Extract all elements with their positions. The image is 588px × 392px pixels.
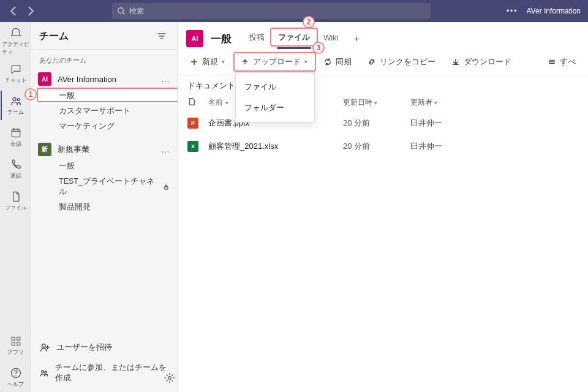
- sync-button[interactable]: 同期: [320, 54, 355, 70]
- upload-menu-folder[interactable]: フォルダー: [236, 97, 314, 118]
- svg-rect-9: [165, 186, 168, 189]
- channel-general-2[interactable]: 一般: [31, 159, 177, 174]
- col-modifiedby[interactable]: 更新者 ▾: [410, 97, 484, 108]
- svg-rect-6: [12, 342, 15, 345]
- sidebar-title: チーム: [39, 30, 69, 43]
- team-more-icon[interactable]: …: [161, 74, 170, 84]
- channel-support[interactable]: カスタマーサポート: [31, 104, 177, 119]
- search-input[interactable]: 検索: [112, 3, 431, 19]
- chevron-down-icon: ▾: [222, 59, 225, 65]
- channel-title: 一般: [211, 32, 232, 46]
- settings-gear-icon[interactable]: [164, 372, 175, 386]
- svg-point-13: [168, 377, 172, 380]
- all-documents-button[interactable]: すべ: [544, 54, 579, 70]
- annotation-marker-1: 1: [24, 88, 37, 100]
- channel-marketing[interactable]: マーケティング: [31, 119, 177, 134]
- team-more-icon[interactable]: …: [161, 145, 170, 154]
- filter-icon[interactable]: [155, 29, 168, 43]
- svg-rect-3: [12, 129, 20, 137]
- svg-point-12: [45, 371, 47, 373]
- user-label[interactable]: AVer Information: [527, 7, 581, 15]
- title-bar: 検索 ••• AVer Information: [0, 0, 588, 22]
- svg-rect-5: [17, 337, 20, 340]
- team-newbiz[interactable]: 新 新規事業 …: [31, 140, 177, 159]
- invite-users-button[interactable]: ユーザーを招待: [31, 337, 177, 358]
- file-icon: [187, 97, 196, 106]
- col-modified[interactable]: 更新日時 ▾: [343, 97, 410, 108]
- file-row[interactable]: X 顧客管理_2021.xlsx 20 分前 臼井伸一: [178, 135, 588, 158]
- tab-posts[interactable]: 投稿: [243, 28, 271, 49]
- svg-point-11: [42, 371, 44, 373]
- pptx-icon: P: [187, 118, 198, 129]
- search-placeholder: 検索: [129, 6, 144, 17]
- team-avatar: AI: [38, 72, 51, 86]
- rail-chat[interactable]: チャット: [1, 59, 30, 88]
- add-tab-button[interactable]: ＋: [346, 29, 368, 48]
- rail-calendar[interactable]: 会議: [1, 123, 30, 152]
- more-icon[interactable]: •••: [507, 7, 518, 15]
- chevron-down-icon: ▾: [304, 59, 307, 65]
- xlsx-icon: X: [187, 141, 198, 152]
- tab-files[interactable]: ファイル: [272, 28, 316, 49]
- nav-back-button[interactable]: [7, 5, 20, 17]
- upload-button[interactable]: アップロード ▾: [237, 54, 311, 70]
- copy-link-button[interactable]: リンクをコピー: [364, 54, 439, 70]
- rail-calls[interactable]: 通話: [1, 154, 30, 184]
- new-button[interactable]: 新規 ▾: [186, 54, 228, 70]
- annotation-marker-3: 3: [312, 42, 325, 54]
- channel-private[interactable]: TEST_プライベートチャネル: [31, 174, 177, 200]
- annotation-marker-2: 2: [303, 16, 315, 28]
- files-toolbar: 新規 ▾ アップロード ▾ 3 同期 リンクをコピー: [178, 49, 588, 75]
- svg-rect-4: [12, 337, 15, 340]
- teams-sidebar: チーム あなたのチーム AI AVer Information … 一般 カスタ…: [31, 22, 178, 392]
- team-aver[interactable]: AI AVer Information …: [31, 70, 177, 88]
- rail-activity[interactable]: アクティビティ: [1, 27, 30, 56]
- svg-rect-7: [17, 342, 20, 345]
- content-area: AI 一般 投稿 ファイル Wiki ＋ 2 新規 ▾: [178, 22, 588, 392]
- svg-point-1: [13, 97, 16, 100]
- svg-point-2: [17, 98, 20, 100]
- channel-general[interactable]: 一般: [31, 88, 177, 104]
- svg-point-10: [42, 344, 45, 347]
- rail-help[interactable]: ヘルプ: [1, 363, 30, 392]
- join-create-team-button[interactable]: チームに参加、またはチームを作成: [31, 358, 177, 388]
- upload-menu-file[interactable]: ファイル: [236, 77, 314, 97]
- channel-product[interactable]: 製品開発: [31, 200, 177, 215]
- lock-icon: [163, 184, 170, 190]
- download-button[interactable]: ダウンロード: [448, 54, 515, 70]
- section-your-teams: あなたのチーム: [31, 52, 177, 70]
- rail-files[interactable]: ファイル: [1, 186, 30, 216]
- channel-avatar: AI: [186, 30, 203, 47]
- rail-apps[interactable]: アプリ: [1, 331, 30, 360]
- app-rail: アクティビティ チャット チーム 会議 通話 ファイル アプリ ヘルプ: [0, 22, 31, 392]
- team-avatar: 新: [38, 143, 51, 156]
- upload-menu: ファイル フォルダー: [235, 72, 315, 123]
- nav-forward-button[interactable]: [24, 5, 37, 17]
